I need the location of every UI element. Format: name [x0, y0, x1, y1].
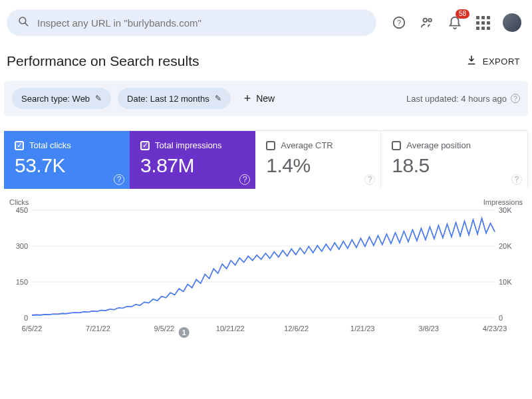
search-input[interactable]: [37, 17, 366, 29]
impressions-line: [32, 218, 495, 315]
help-icon[interactable]: ?: [364, 174, 375, 185]
y-right-ticks: 010K20K30K: [499, 206, 512, 322]
metric-label: Total clicks: [29, 140, 71, 150]
add-filter-button[interactable]: + New: [237, 88, 282, 109]
apps-icon[interactable]: [475, 15, 491, 31]
metric-value: 3.87M: [140, 154, 245, 177]
metric-total-impressions[interactable]: Total impressions 3.87M ?: [130, 131, 255, 189]
svg-text:10/21/22: 10/21/22: [216, 325, 245, 332]
last-updated: Last updated: 4 hours ago ?: [406, 94, 520, 104]
metric-label: Average CTR: [281, 140, 333, 150]
note-marker[interactable]: 1: [179, 327, 190, 338]
performance-chart[interactable]: Clicks Impressions 0150300450 010K20K30K…: [4, 198, 528, 338]
metric-label: Total impressions: [155, 140, 221, 150]
svg-text:?: ?: [397, 19, 401, 27]
page-title: Performance on Search results: [7, 53, 199, 69]
svg-text:6/5/22: 6/5/22: [22, 325, 43, 332]
x-ticks: 6/5/227/21/229/5/2210/21/2212/6/221/21/2…: [22, 325, 507, 332]
chart-svg: 0150300450 010K20K30K 6/5/227/21/229/5/2…: [4, 198, 528, 338]
top-bar: ? 58: [0, 0, 532, 40]
svg-text:4/23/23: 4/23/23: [483, 325, 507, 332]
date-chip[interactable]: Date: Last 12 months ✎: [118, 88, 231, 109]
svg-text:10K: 10K: [499, 278, 512, 286]
title-row: Performance on Search results EXPORT: [0, 40, 532, 81]
search-icon: [17, 15, 29, 30]
svg-text:1: 1: [182, 329, 186, 336]
users-icon[interactable]: [419, 15, 435, 31]
clicks-line: [32, 218, 495, 315]
metric-average-position[interactable]: Average position 18.5 ?: [381, 131, 528, 189]
y-right-label: Impressions: [483, 198, 523, 206]
url-inspect-search[interactable]: [7, 9, 376, 36]
pencil-icon: ✎: [95, 94, 102, 103]
metric-average-ctr[interactable]: Average CTR 1.4% ?: [255, 131, 381, 189]
svg-text:12/6/22: 12/6/22: [284, 325, 309, 332]
svg-text:150: 150: [16, 278, 28, 286]
checkbox-icon: [392, 141, 401, 150]
metric-value: 1.4%: [266, 154, 370, 177]
svg-text:0: 0: [499, 314, 503, 322]
y-left-label: Clicks: [9, 198, 29, 206]
metric-total-clicks[interactable]: Total clicks 53.7K ?: [4, 131, 130, 189]
svg-line-1: [25, 23, 28, 26]
svg-text:30K: 30K: [499, 206, 512, 214]
checkbox-icon: [15, 141, 24, 150]
svg-text:9/5/22: 9/5/22: [154, 325, 175, 332]
date-label: Date: Last 12 months: [127, 94, 209, 104]
svg-text:20K: 20K: [499, 242, 512, 250]
checkbox-icon: [266, 141, 275, 150]
svg-text:1/21/23: 1/21/23: [350, 325, 375, 332]
y-left-ticks: 0150300450: [16, 206, 28, 322]
svg-point-5: [428, 19, 432, 22]
notification-badge: 58: [456, 9, 469, 19]
account-avatar[interactable]: [503, 13, 521, 32]
help-icon[interactable]: ?: [239, 174, 250, 185]
export-button[interactable]: EXPORT: [466, 55, 520, 68]
svg-text:450: 450: [16, 206, 28, 214]
svg-text:300: 300: [16, 242, 28, 250]
svg-text:0: 0: [24, 314, 28, 322]
metric-label: Average position: [406, 140, 471, 150]
notifications-icon[interactable]: 58: [447, 15, 463, 31]
search-type-label: Search type: Web: [21, 94, 90, 104]
export-label: EXPORT: [483, 57, 520, 66]
svg-text:3/8/23: 3/8/23: [418, 325, 439, 332]
help-icon[interactable]: ?: [511, 174, 522, 185]
info-icon[interactable]: ?: [511, 94, 520, 103]
top-icons: ? 58: [383, 13, 521, 32]
metric-cards: Total clicks 53.7K ? Total impressions 3…: [4, 130, 528, 189]
svg-rect-6: [468, 63, 475, 65]
search-type-chip[interactable]: Search type: Web ✎: [12, 88, 111, 109]
metric-value: 18.5: [392, 154, 517, 177]
svg-point-4: [424, 19, 428, 22]
last-updated-text: Last updated: 4 hours ago: [406, 94, 507, 104]
help-icon[interactable]: ?: [391, 15, 407, 31]
help-icon[interactable]: ?: [114, 174, 124, 185]
download-icon: [466, 55, 477, 68]
filter-bar: Search type: Web ✎ Date: Last 12 months …: [4, 81, 528, 116]
gridlines: [32, 210, 495, 318]
checkbox-icon: [140, 141, 150, 150]
new-label: New: [256, 93, 275, 104]
plus-icon: +: [244, 92, 251, 106]
pencil-icon: ✎: [215, 94, 221, 103]
svg-text:7/21/22: 7/21/22: [86, 325, 110, 332]
metric-value: 53.7K: [15, 154, 119, 177]
